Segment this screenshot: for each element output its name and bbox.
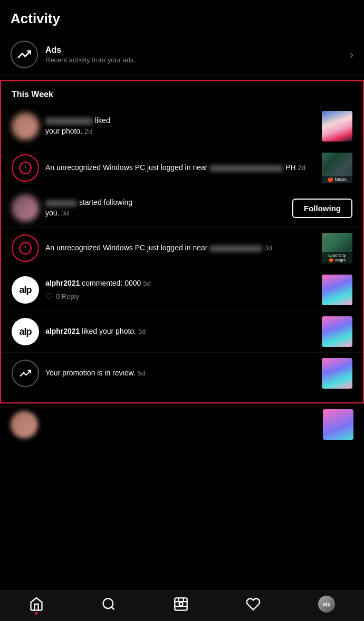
- activity-item-security1[interactable]: An unrecognized Windows PC just logged i…: [1, 147, 363, 189]
- reply-row: ♡ 0 Reply: [45, 291, 317, 302]
- section-label: This Week: [1, 90, 363, 106]
- security2-text: An unrecognized Windows PC just logged i…: [45, 243, 209, 252]
- security1-suffix: PH: [285, 163, 298, 172]
- bottom-nav: alp: [0, 590, 364, 621]
- reply-button[interactable]: 0 Reply: [56, 293, 79, 300]
- heart-nav-icon: [246, 597, 261, 611]
- ads-text: Ads Recent activity from your ads.: [45, 45, 350, 64]
- nav-profile[interactable]: alp: [318, 596, 335, 613]
- phone-thumbnail: [322, 111, 352, 142]
- partial-item: [0, 403, 364, 445]
- liked-suffix: your photo.: [45, 127, 84, 135]
- nav-home[interactable]: [29, 597, 44, 611]
- time-liked: 2d: [84, 127, 92, 135]
- ads-icon-wrap: [11, 41, 38, 68]
- avatar-brand-liked2: alp: [12, 318, 39, 345]
- page-wrapper: Activity Ads Recent activity from your a…: [0, 0, 364, 487]
- activity-content-liked: liked your photo. 2d: [45, 116, 317, 136]
- ads-bar[interactable]: Ads Recent activity from your ads. ›: [0, 33, 364, 76]
- activity-text-liked: liked your photo. 2d: [45, 116, 317, 136]
- activity-text-comment: alphr2021 commented: 0000 5d: [45, 278, 317, 289]
- avatar-promo: [12, 360, 39, 387]
- activity-item-liked[interactable]: liked your photo. 2d: [1, 106, 363, 147]
- trending-icon2: [20, 368, 31, 379]
- profile-avatar-text: alp: [323, 601, 330, 607]
- home-icon: [29, 597, 44, 611]
- thumbnail-security2: avao City🍎 Maps: [322, 233, 352, 264]
- blurred-location1: [209, 165, 283, 172]
- activity-text-follow: started following you. 3d: [45, 197, 287, 218]
- follow-text: started following: [79, 198, 132, 206]
- avatar-security2: [12, 234, 39, 262]
- thumbnail-security1: 🍎 Maps: [322, 153, 352, 183]
- time-security1: 2d: [298, 164, 305, 172]
- thumbnail-promo: [322, 358, 352, 389]
- time-follow: 3d: [61, 209, 69, 217]
- svg-point-9: [179, 603, 183, 606]
- blurred-username-follow: [45, 200, 77, 206]
- nav-search[interactable]: [101, 597, 116, 611]
- liked-text: liked: [95, 116, 110, 125]
- partial-thumbnail: [323, 409, 353, 440]
- header: Activity: [0, 0, 364, 33]
- activity-item-security2[interactable]: An unrecognized Windows PC just logged i…: [1, 227, 363, 269]
- activity-text-security1: An unrecognized Windows PC just logged i…: [45, 163, 317, 173]
- activity-item-promo[interactable]: Your promotion is in review. 5d: [1, 352, 363, 394]
- page-title: Activity: [11, 11, 60, 26]
- nav-dot: [35, 612, 37, 615]
- profile-avatar: alp: [318, 596, 335, 613]
- trending-icon: [17, 48, 31, 61]
- time-security2: 3d: [264, 244, 272, 252]
- blurred-username: [45, 118, 93, 125]
- time-liked2: 5d: [138, 327, 146, 335]
- comment-text: commented: 0000: [82, 279, 143, 287]
- heart-icon[interactable]: ♡: [45, 291, 53, 302]
- thumbnail-liked2: [322, 316, 352, 347]
- partial-avatar: [11, 411, 38, 438]
- brand-text: alp: [19, 285, 31, 296]
- brand-text2: alp: [19, 326, 31, 337]
- activity-content-liked2: alphr2021 liked your photo. 5d: [45, 326, 317, 337]
- maps-thumbnail2: avao City🍎 Maps: [322, 233, 352, 264]
- activity-content-promo: Your promotion is in review. 5d: [45, 368, 317, 379]
- avatar-follow: [12, 194, 39, 222]
- promo-text: Your promotion is in review.: [45, 369, 138, 377]
- maps-label1: 🍎 Maps: [322, 176, 352, 183]
- activity-item-liked2[interactable]: alp alphr2021 liked your photo. 5d: [1, 310, 363, 352]
- svg-rect-8: [175, 598, 187, 610]
- avatar-brand-comment: alp: [12, 276, 39, 304]
- svg-point-6: [103, 599, 113, 609]
- activity-text-liked2: alphr2021 liked your photo. 5d: [45, 326, 317, 337]
- maps-thumbnail1: 🍎 Maps: [322, 153, 352, 183]
- activity-content-comment: alphr2021 commented: 0000 5d ♡ 0 Reply: [45, 278, 317, 302]
- blurred-location2: [209, 246, 262, 252]
- avatar-security1: [12, 154, 39, 182]
- nav-reels[interactable]: [174, 597, 188, 611]
- activity-content-security1: An unrecognized Windows PC just logged i…: [45, 163, 317, 173]
- time-comment: 5d: [143, 279, 150, 287]
- activity-item-follow[interactable]: started following you. 3d Following: [1, 189, 363, 227]
- svg-line-7: [111, 607, 114, 609]
- liked2-text: liked your photo.: [82, 327, 138, 335]
- follow-suffix: you.: [45, 209, 61, 217]
- reels-icon: [174, 597, 188, 611]
- activity-item-comment[interactable]: alp alphr2021 commented: 0000 5d ♡ 0 Rep…: [1, 269, 363, 310]
- nav-activity[interactable]: [246, 597, 261, 611]
- activity-content-follow: started following you. 3d: [45, 197, 287, 218]
- ads-subtitle: Recent activity from your ads.: [45, 56, 350, 64]
- maps2-label: avao City🍎 Maps: [322, 252, 352, 264]
- alert-circle-icon: [18, 161, 32, 175]
- phone-thumbnail4: [322, 358, 352, 389]
- avatar-liked: [12, 112, 39, 140]
- thumbnail-liked: [322, 111, 352, 142]
- chevron-right-icon: ›: [350, 49, 353, 61]
- activity-content-security2: An unrecognized Windows PC just logged i…: [45, 243, 317, 253]
- alert-circle-icon2: [18, 241, 32, 255]
- following-button[interactable]: Following: [292, 199, 352, 218]
- time-promo: 5d: [138, 369, 145, 377]
- this-week-section: This Week liked your photo. 2d: [0, 80, 364, 403]
- search-icon: [101, 597, 116, 611]
- activity-text-security2: An unrecognized Windows PC just logged i…: [45, 243, 317, 253]
- phone-thumbnail3: [322, 316, 352, 347]
- phone-thumbnail2: [322, 275, 352, 305]
